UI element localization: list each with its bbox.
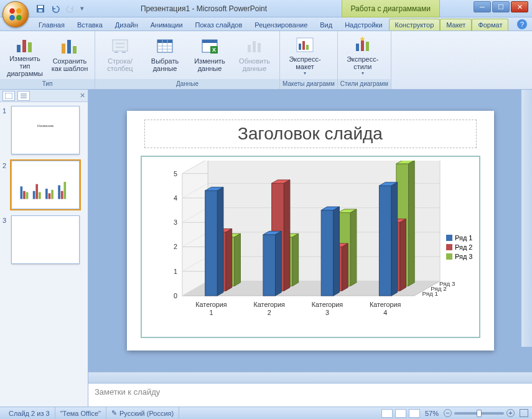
ribbon-group-data: Строка/столбец Выбрать данные X Изменить…	[95, 31, 280, 89]
tab-home[interactable]: Главная	[32, 19, 71, 31]
outline-view-icon[interactable]	[17, 91, 30, 101]
svg-text:X: X	[212, 47, 216, 53]
thumbnail-row: 1 Название	[2, 106, 85, 154]
save-as-template-button[interactable]: Сохранить как шаблон	[49, 33, 91, 78]
office-button[interactable]	[2, 1, 29, 27]
svg-marker-90	[342, 243, 348, 291]
status-slide-number: Слайд 2 из 3	[4, 407, 55, 419]
slideshow-view-icon[interactable]	[409, 409, 420, 418]
svg-rect-7	[17, 45, 21, 52]
zoom-slider-thumb[interactable]	[477, 410, 482, 417]
thumbnail-title-text: Название	[12, 124, 79, 128]
select-data-label: Выбрать данные	[144, 57, 185, 72]
tab-chart-format[interactable]: Формат	[472, 19, 508, 31]
svg-rect-9	[28, 42, 32, 52]
sorter-view-icon[interactable]	[395, 409, 406, 418]
help-icon[interactable]: ?	[517, 19, 527, 29]
tab-chart-layout[interactable]: Макет	[440, 19, 472, 31]
refresh-data-button[interactable]: Обновить данные	[233, 33, 276, 78]
svg-text:0: 0	[174, 292, 177, 299]
status-bar: Слайд 2 из 3 "Тема Office" ✎ Русский (Ро…	[0, 407, 532, 419]
svg-marker-78	[350, 209, 357, 286]
svg-text:Категория: Категория	[311, 301, 343, 308]
svg-marker-96	[217, 187, 223, 296]
switch-row-column-label: Строка/столбец	[100, 57, 141, 72]
minimize-button[interactable]: ─	[474, 1, 491, 12]
thumbnail-slide-2[interactable]	[11, 161, 80, 209]
svg-text:2: 2	[267, 309, 271, 316]
quick-layout-button[interactable]: Экспресс-макет	[284, 33, 326, 78]
svg-rect-10	[62, 44, 65, 54]
grid-icon	[155, 36, 175, 56]
svg-rect-5	[38, 6, 43, 8]
thumbnail-slide-1[interactable]: Название	[11, 106, 80, 154]
tab-design[interactable]: Дизайн	[109, 19, 144, 31]
svg-rect-15	[157, 40, 172, 43]
normal-view-icon[interactable]	[381, 409, 393, 418]
slides-view-icon[interactable]	[2, 91, 15, 101]
svg-point-1	[16, 8, 22, 14]
ribbon-group-data-label: Данные	[95, 79, 279, 89]
tab-review[interactable]: Рецензирование	[248, 19, 314, 31]
slide-title-placeholder[interactable]: Заголовок слайда	[144, 120, 477, 148]
maximize-button[interactable]: ☐	[492, 1, 510, 12]
svg-rect-32	[23, 191, 26, 199]
editor-area: Заголовок слайда 012345Категория1Категор…	[88, 90, 532, 407]
thumbnails-list[interactable]: 1 Название 2	[0, 102, 88, 407]
svg-marker-75	[292, 233, 299, 286]
change-chart-type-button[interactable]: Изменить тип диаграммы	[4, 33, 46, 78]
tab-animations[interactable]: Анимации	[144, 19, 189, 31]
zoom-out-icon[interactable]: −	[444, 409, 452, 417]
svg-text:Ряд 3: Ряд 3	[439, 280, 455, 287]
svg-marker-72	[234, 233, 240, 286]
qat-customize-icon[interactable]: ▾	[78, 2, 86, 16]
tab-insert[interactable]: Вставка	[71, 19, 109, 31]
svg-text:2: 2	[174, 243, 177, 250]
quick-styles-button[interactable]: Экспресс-стили	[342, 33, 384, 78]
switch-row-column-button[interactable]: Строка/столбец	[99, 33, 141, 78]
svg-marker-87	[284, 180, 290, 291]
status-language[interactable]: ✎ Русский (Россия)	[106, 407, 179, 419]
svg-rect-100	[321, 210, 334, 296]
slide: Заголовок слайда 012345Категория1Категор…	[127, 111, 494, 351]
edit-data-label: Изменить данные	[189, 57, 230, 72]
svg-rect-103	[379, 186, 391, 296]
svg-rect-8	[22, 40, 26, 52]
svg-rect-20	[248, 45, 251, 52]
slide-canvas-area[interactable]: Заголовок слайда 012345Категория1Категор…	[88, 90, 532, 372]
svg-rect-97	[263, 235, 275, 296]
undo-icon[interactable]	[49, 2, 62, 16]
zoom-in-icon[interactable]: +	[506, 409, 515, 417]
tab-addins[interactable]: Надстройки	[338, 19, 388, 31]
svg-marker-99	[275, 231, 281, 296]
tab-view[interactable]: Вид	[314, 19, 338, 31]
select-data-button[interactable]: Выбрать данные	[144, 33, 186, 78]
svg-rect-30	[5, 93, 12, 99]
horizontal-scrollbar[interactable]	[88, 372, 532, 383]
ribbon-group-layouts-label: Макеты диаграмм	[280, 79, 337, 89]
save-icon[interactable]	[34, 2, 47, 16]
close-button[interactable]: ✕	[511, 1, 528, 12]
fit-to-window-icon[interactable]	[520, 409, 528, 417]
notes-pane[interactable]: Заметки к слайду	[88, 383, 532, 407]
change-chart-type-label: Изменить тип диаграммы	[4, 55, 45, 77]
legend-swatch	[446, 235, 452, 241]
edit-data-button[interactable]: X Изменить данные	[189, 33, 231, 78]
svg-rect-17	[202, 40, 217, 43]
tab-slideshow[interactable]: Показ слайдов	[189, 19, 249, 31]
zoom-slider[interactable]	[454, 412, 504, 415]
chart-object[interactable]: 012345Категория1Категория2Категория3Кате…	[141, 156, 480, 338]
status-language-label: Русский (Россия)	[119, 410, 174, 417]
status-theme: "Тема Office"	[55, 407, 106, 419]
slides-panel: ✕ 1 Название 2	[0, 90, 88, 407]
save-as-template-label: Сохранить как шаблон	[49, 57, 90, 72]
vertical-scrollbar[interactable]	[521, 90, 532, 347]
redo-icon[interactable]	[63, 2, 77, 16]
thumbnail-slide-3[interactable]	[11, 215, 80, 264]
tab-chart-design[interactable]: Конструктор	[389, 19, 441, 31]
svg-text:1: 1	[209, 309, 213, 316]
svg-rect-13	[113, 40, 128, 51]
svg-text:Категория: Категория	[370, 301, 401, 308]
panel-close-icon[interactable]: ✕	[80, 92, 85, 100]
svg-text:Категория: Категория	[195, 301, 227, 308]
